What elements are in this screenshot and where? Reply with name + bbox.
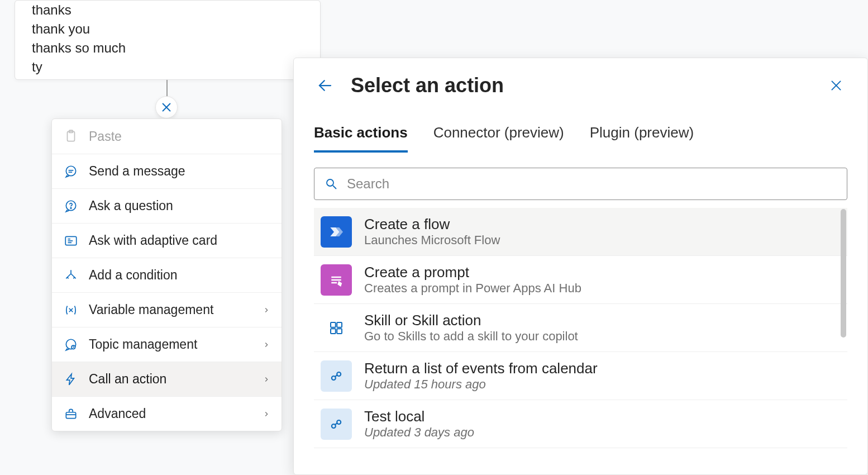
scrollbar[interactable] [841,209,846,338]
svg-point-4 [66,166,75,175]
action-row-skill[interactable]: Skill or Skill action Go to Skills to ad… [314,304,847,352]
skill-icon [321,312,352,344]
menu-item-label: Call an action [89,372,252,387]
menu-item-label: Variable management [89,302,252,317]
menu-item-adaptive-card[interactable]: Ask with adaptive card [52,223,282,258]
close-button[interactable] [825,74,847,97]
menu-item-label: Advanced [89,406,252,421]
chevron-right-icon [263,306,270,314]
svg-rect-30 [337,329,342,334]
panel-header: Select an action [314,74,847,97]
close-icon [829,78,843,93]
action-subtitle: Go to Skills to add a skill to your copi… [364,329,578,344]
action-subtitle: Creates a prompt in Power Apps AI Hub [364,281,581,296]
action-title: Test local [364,408,474,425]
tab-basic-actions[interactable]: Basic actions [314,124,408,153]
panel-tabs: Basic actions Connector (preview) Plugin… [314,124,847,153]
menu-item-call-action[interactable]: Call an action [52,362,282,396]
action-title: Skill or Skill action [364,312,578,329]
action-subtitle: Updated 3 days ago [364,425,474,440]
search-icon [325,177,338,191]
select-action-panel: Select an action Basic actions Connector… [293,58,868,475]
menu-item-variable-management[interactable]: Variable management [52,292,282,327]
prompt-icon [321,264,352,296]
action-list: Create a flow Launches Microsoft Flow Cr… [314,208,847,448]
cloud-flow-icon [321,408,352,440]
menu-item-topic-management[interactable]: Topic management [52,327,282,362]
menu-item-label: Topic management [89,337,252,352]
svg-rect-29 [331,329,336,334]
tab-connector[interactable]: Connector (preview) [433,124,564,153]
svg-point-8 [70,207,71,208]
svg-rect-17 [66,412,75,418]
menu-item-add-condition[interactable]: Add a condition [52,258,282,292]
panel-title: Select an action [351,74,810,97]
svg-rect-27 [331,322,336,327]
chevron-right-icon [263,341,270,349]
action-subtitle: Updated 15 hours ago [364,377,598,392]
svg-line-23 [333,186,336,189]
back-button[interactable] [314,74,336,97]
search-box[interactable] [314,168,847,200]
flow-icon [321,216,352,248]
search-input[interactable] [347,176,837,192]
card-icon [63,233,79,249]
menu-item-label: Add a condition [89,268,270,283]
action-title: Create a prompt [364,264,581,281]
tab-plugin[interactable]: Plugin (preview) [590,124,694,153]
svg-rect-28 [337,322,342,327]
cloud-flow-icon [321,360,352,392]
chat-icon [63,164,79,179]
toolbox-icon [63,406,79,422]
action-title: Return a list of events from calendar [364,360,598,377]
menu-item-paste[interactable]: Paste [52,119,282,154]
trigger-phrase-card: thanks thank you thanks so much ty [15,0,321,80]
arrow-left-icon [317,77,333,94]
action-row-create-flow[interactable]: Create a flow Launches Microsoft Flow [314,208,847,256]
action-row-test-local[interactable]: Test local Updated 3 days ago [314,400,847,448]
svg-point-22 [327,179,333,186]
close-icon [160,101,173,113]
paste-icon [63,129,79,144]
menu-item-label: Ask with adaptive card [89,233,270,248]
menu-item-advanced[interactable]: Advanced [52,396,282,431]
add-node-button[interactable] [155,96,178,118]
action-row-calendar[interactable]: Return a list of events from calendar Up… [314,352,847,400]
question-icon [63,198,79,214]
trigger-phrase: thank you [32,20,303,39]
trigger-phrase: ty [32,58,303,77]
trigger-phrase: thanks so much [32,39,303,58]
variable-icon [63,302,79,318]
action-row-create-prompt[interactable]: Create a prompt Creates a prompt in Powe… [314,256,847,304]
add-node-context-menu: Paste Send a message Ask a question Ask … [51,118,282,431]
menu-item-ask-question[interactable]: Ask a question [52,188,282,223]
branch-icon [63,268,79,283]
action-subtitle: Launches Microsoft Flow [364,233,500,248]
topic-icon [63,337,79,353]
action-title: Create a flow [364,216,500,233]
chevron-right-icon [263,410,270,418]
menu-item-label: Ask a question [89,198,270,213]
menu-item-send-message[interactable]: Send a message [52,154,282,188]
trigger-phrase: thanks [32,1,303,20]
menu-item-label: Send a message [89,164,270,179]
chevron-right-icon [263,376,270,383]
bolt-icon [63,372,79,387]
menu-item-label: Paste [89,129,270,144]
